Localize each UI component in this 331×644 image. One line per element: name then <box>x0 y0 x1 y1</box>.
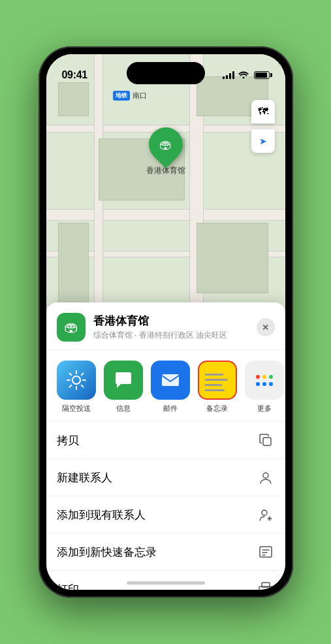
svg-rect-1 <box>162 374 179 386</box>
action-new-contact-label: 新建联系人 <box>57 470 112 485</box>
share-app-mail[interactable]: 邮件 <box>151 361 190 413</box>
share-app-messages[interactable]: 信息 <box>104 361 143 413</box>
dot-yellow <box>262 375 266 379</box>
bottom-sheet: 🏟 香港体育馆 综合体育馆 · 香港特别行政区 油尖旺区 ✕ <box>46 302 285 590</box>
svg-point-0 <box>72 376 80 384</box>
notes-label: 备忘录 <box>206 404 228 413</box>
pin-circle: 🏟 <box>142 120 190 169</box>
action-add-contact-label: 添加到现有联系人 <box>57 507 146 523</box>
close-button[interactable]: ✕ <box>257 318 275 336</box>
status-icons <box>223 70 270 80</box>
more-apps[interactable]: 更多 <box>245 361 284 413</box>
mail-icon <box>151 361 190 400</box>
map-type-button[interactable]: 🗺 <box>251 100 275 123</box>
map-type-icon: 🗺 <box>258 106 268 118</box>
venue-description: 综合体育馆 · 香港特别行政区 油尖旺区 <box>93 330 257 341</box>
pin-icon: 🏟 <box>159 137 172 152</box>
action-copy[interactable]: 拷贝 <box>46 422 285 459</box>
venue-name: 香港体育馆 <box>93 314 257 329</box>
venue-info: 香港体育馆 综合体育馆 · 香港特别行政区 油尖旺区 <box>93 314 257 341</box>
location-pin: 🏟 香港体育馆 <box>146 127 185 176</box>
action-print-label: 打印 <box>57 582 79 590</box>
more-label: 更多 <box>257 404 272 413</box>
action-print[interactable]: 打印 <box>46 571 285 590</box>
map-label-container: 地铁 南口 <box>113 91 147 101</box>
home-indicator <box>127 581 205 585</box>
action-add-contact[interactable]: 添加到现有联系人 <box>46 496 285 534</box>
map-exit-label: 南口 <box>133 91 147 101</box>
action-quick-note-label: 添加到新快速备忘录 <box>57 545 157 560</box>
subway-badge: 地铁 <box>113 91 130 101</box>
add-contact-icon <box>257 506 275 524</box>
dot-red <box>256 375 260 379</box>
dot-green <box>269 375 273 379</box>
location-button[interactable]: ➤ <box>251 129 275 153</box>
wifi-icon <box>238 70 249 80</box>
svg-point-9 <box>270 588 271 589</box>
location-icon: ➤ <box>259 136 267 146</box>
action-new-contact[interactable]: 新建联系人 <box>46 459 285 496</box>
action-quick-note[interactable]: 添加到新快速备忘录 <box>46 534 285 571</box>
share-app-notes[interactable]: 备忘录 <box>198 361 237 413</box>
dot-blue <box>256 382 260 386</box>
svg-rect-2 <box>263 438 271 445</box>
venue-header: 🏟 香港体育馆 综合体育馆 · 香港特别行政区 油尖旺区 ✕ <box>46 302 285 350</box>
signal-icon <box>223 71 234 79</box>
venue-icon: 🏟 <box>57 313 86 342</box>
messages-icon <box>104 361 143 400</box>
quick-note-icon <box>257 543 275 561</box>
more-apps-icon <box>245 361 284 400</box>
dot-blue2 <box>262 382 266 386</box>
copy-icon <box>257 431 275 449</box>
action-copy-label: 拷贝 <box>57 433 79 448</box>
building-block <box>58 223 89 307</box>
status-time: 09:41 <box>62 69 87 81</box>
dynamic-island <box>127 62 205 84</box>
dot-blue3 <box>269 382 273 386</box>
building-block <box>197 223 268 293</box>
mail-label: 邮件 <box>163 404 178 413</box>
action-list: 拷贝 新建联系人 <box>46 422 285 590</box>
new-contact-icon <box>257 468 275 487</box>
airdrop-label: 隔空投送 <box>62 404 91 413</box>
messages-label: 信息 <box>116 404 131 413</box>
building-block <box>58 82 89 116</box>
notes-icon <box>198 361 237 400</box>
battery-icon <box>254 71 270 79</box>
share-app-airdrop[interactable]: 隔空投送 <box>57 361 96 413</box>
print-icon <box>257 580 275 590</box>
map-controls: 🗺 ➤ <box>251 100 275 153</box>
map-area[interactable]: 地铁 南口 🏟 香港体育馆 🗺 ➤ <box>46 54 285 335</box>
svg-rect-6 <box>260 547 272 557</box>
airdrop-icon <box>57 361 96 400</box>
phone-frame: 09:41 <box>39 46 293 598</box>
phone-screen: 09:41 <box>46 54 285 590</box>
share-row: 隔空投送 信息 <box>46 350 285 422</box>
svg-point-4 <box>262 510 267 515</box>
svg-point-3 <box>263 473 268 478</box>
venue-emoji: 🏟 <box>64 319 78 336</box>
